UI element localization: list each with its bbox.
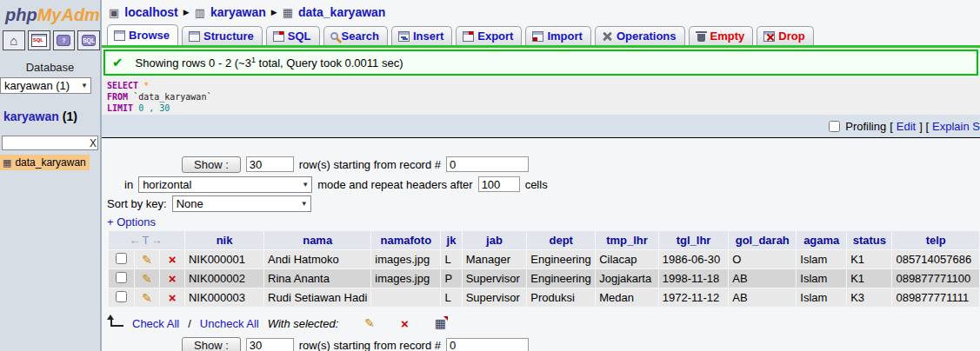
cell-jab: Supervisor <box>463 269 527 288</box>
cell-nik: NIK000002 <box>185 269 263 288</box>
search-icon <box>330 32 338 40</box>
cell-gol-darah: O <box>729 250 796 268</box>
structure-icon <box>189 31 200 42</box>
main-panel: ▣ localhost ▶ ▥ karyawan ▶ ▦ data_karyaw… <box>102 0 980 351</box>
column-header-gol-darah[interactable]: gol_darah <box>729 231 796 249</box>
query-window-button[interactable]: SQL <box>77 30 100 50</box>
edit-selected-icon[interactable]: ✎ <box>364 316 375 330</box>
tab-label: Import <box>547 30 582 43</box>
in-label: in <box>124 178 133 191</box>
tab-browse[interactable]: Browse <box>107 24 178 45</box>
tab-sql[interactable]: SQL <box>266 26 320 45</box>
tab-structure[interactable]: Structure <box>182 26 263 45</box>
cell-jab: Manager <box>463 250 527 268</box>
table-filter: X <box>2 136 98 150</box>
column-header-tgl-lhr[interactable]: tgl_lhr <box>659 231 728 249</box>
tab-empty[interactable]: Empty <box>689 26 754 45</box>
sql-window-button[interactable]: SQL <box>28 30 50 50</box>
column-header-dept[interactable]: dept <box>527 231 595 249</box>
breadcrumb-separator-icon: ▶ <box>183 8 190 17</box>
column-header-agama[interactable]: agama <box>797 231 846 249</box>
sql-window-icon: SQL <box>31 34 47 47</box>
num-rows-input-bottom[interactable] <box>246 338 294 351</box>
results-table: ←T→ nik nama namafoto jk jab dept tmp_lh… <box>108 230 980 308</box>
repeat-headers-input[interactable] <box>478 176 520 192</box>
cell-gol-darah: AB <box>729 269 796 288</box>
table-filter-input[interactable] <box>2 136 98 150</box>
sql-line: FROM `data_karyawan` <box>107 91 975 103</box>
with-selected-bar: Check All / Uncheck All With selected: ✎… <box>102 308 980 332</box>
show-button-bottom[interactable]: Show : <box>182 337 241 351</box>
tab-operations[interactable]: Operations <box>595 26 685 45</box>
edit-row-icon[interactable]: ✎ <box>142 253 152 267</box>
sidebar-item-data-karyawan[interactable]: ▦ data_karyawan <box>0 155 90 170</box>
cell-dept: Engineering <box>527 269 595 288</box>
sort-row: Sort by key: None ▼ <box>102 194 980 213</box>
tab-export[interactable]: Export <box>456 26 522 45</box>
table-row: ✎ × NIK000003 Rudi Setiawan Hadi L Super… <box>109 288 979 307</box>
delete-selected-icon[interactable]: × <box>401 317 409 330</box>
breadcrumb-separator-icon: ▶ <box>271 8 277 17</box>
start-record-input-bottom[interactable] <box>446 338 529 351</box>
query-window-icon: SQL <box>82 35 96 46</box>
table-icon: ▦ <box>283 6 293 19</box>
cell-tmp-lhr: Jogjakarta <box>596 269 658 288</box>
tab-label: Empty <box>710 30 745 43</box>
tab-label: Export <box>477 30 513 43</box>
breadcrumb-server[interactable]: localhost <box>124 5 177 19</box>
database-heading-name[interactable]: karyawan <box>3 109 59 123</box>
docs-button[interactable]: ? <box>53 30 76 50</box>
column-header-nik[interactable]: nik <box>185 231 263 249</box>
tab-bar: Browse Structure SQL Search Insert Expor… <box>102 23 980 48</box>
delete-row-icon[interactable]: × <box>169 252 177 267</box>
edit-row-icon[interactable]: ✎ <box>142 291 152 305</box>
mode-row: in horizontal ▼ mode and repeat headers … <box>102 175 980 194</box>
tab-insert[interactable]: Insert <box>391 26 452 45</box>
tab-drop[interactable]: Drop <box>757 26 813 45</box>
profiling-checkbox[interactable] <box>829 121 840 132</box>
column-header-jk[interactable]: jk <box>441 231 461 249</box>
column-header-tmp-lhr[interactable]: tmp_lhr <box>596 231 658 249</box>
display-mode-select[interactable]: horizontal ▼ <box>138 176 312 193</box>
bracket: ] [ <box>919 120 929 133</box>
explain-sql-link[interactable]: Explain S <box>932 120 980 133</box>
sort-key-select[interactable]: None ▼ <box>172 195 311 212</box>
options-toggle-link[interactable]: + Options <box>102 213 980 230</box>
uncheck-all-link[interactable]: Uncheck All <box>200 317 259 330</box>
column-header-nama[interactable]: nama <box>264 231 370 249</box>
cell-jab: Supervisor <box>463 288 527 307</box>
num-rows-input[interactable] <box>246 156 294 172</box>
start-record-input[interactable] <box>446 156 529 172</box>
delete-row-icon[interactable]: × <box>169 290 177 305</box>
check-separator: / <box>188 317 191 330</box>
chevron-down-icon: ▼ <box>301 200 308 208</box>
check-all-link[interactable]: Check All <box>132 317 179 330</box>
cell-status: K3 <box>847 288 891 307</box>
column-header-telp[interactable]: telp <box>892 231 979 249</box>
database-select[interactable]: karyawan (1) ▼ <box>0 77 91 94</box>
column-header-namafoto[interactable]: namafoto <box>371 231 440 249</box>
sql-icon <box>273 31 284 42</box>
tab-import[interactable]: Import <box>525 26 590 45</box>
row-checkbox[interactable] <box>116 272 127 283</box>
breadcrumb-table[interactable]: data_karyawan <box>298 5 385 19</box>
show-button[interactable]: Show : <box>182 156 241 173</box>
home-button[interactable]: ⌂ <box>3 30 25 50</box>
tab-search[interactable]: Search <box>323 26 388 45</box>
row-checkbox[interactable] <box>116 291 127 302</box>
column-header-status[interactable]: status <box>847 231 891 249</box>
cell-namafoto: images.jpg <box>371 250 440 268</box>
cell-tgl-lhr: 1972-11-12 <box>659 288 728 307</box>
breadcrumb-database[interactable]: karyawan <box>210 5 266 19</box>
edit-query-link[interactable]: Edit <box>897 120 916 133</box>
sidebar-nav: ⌂ SQL ? SQL <box>0 27 100 50</box>
delete-row-icon[interactable]: × <box>169 271 177 286</box>
row-checkbox[interactable] <box>116 253 127 264</box>
export-selected-icon[interactable]: ▦ <box>435 316 446 330</box>
chevron-down-icon: ▼ <box>81 82 88 89</box>
edit-row-icon[interactable]: ✎ <box>142 272 152 286</box>
sort-by-key-label: Sort by key: <box>107 197 167 210</box>
column-header-jab[interactable]: jab <box>463 231 527 249</box>
filter-clear-button[interactable]: X <box>90 137 97 149</box>
cell-namafoto: images.jpg <box>371 269 440 288</box>
